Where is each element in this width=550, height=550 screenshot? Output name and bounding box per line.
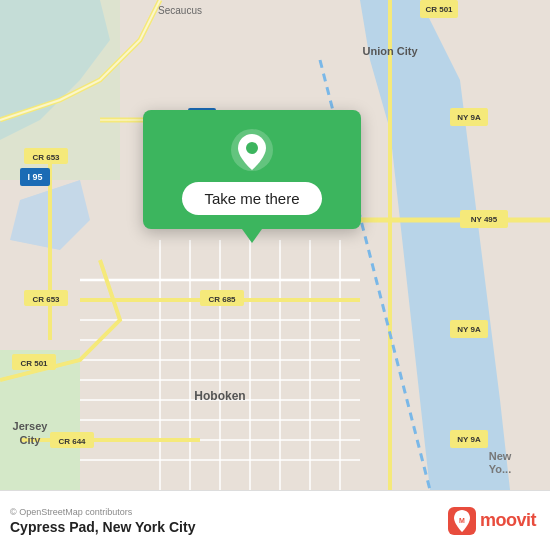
map-popup: Take me there — [143, 110, 361, 229]
take-me-there-button[interactable]: Take me there — [182, 182, 321, 215]
svg-text:NY 9A: NY 9A — [457, 325, 481, 334]
svg-text:I 95: I 95 — [27, 172, 42, 182]
map-attribution: © OpenStreetMap contributors — [10, 507, 195, 517]
svg-text:NY 9A: NY 9A — [457, 435, 481, 444]
svg-text:Yo...: Yo... — [489, 463, 511, 475]
svg-text:M: M — [459, 517, 465, 524]
svg-point-63 — [246, 142, 258, 154]
svg-text:Secaucus: Secaucus — [158, 5, 202, 16]
svg-text:CR 501: CR 501 — [425, 5, 453, 14]
map-background: I 95 NJ 3 CR 653 CR 653 CR 685 CR 501 CR… — [0, 0, 550, 490]
svg-text:New: New — [489, 450, 512, 462]
svg-text:CR 644: CR 644 — [58, 437, 86, 446]
svg-text:Union City: Union City — [363, 45, 419, 57]
location-name: Cypress Pad, New York City — [10, 519, 195, 535]
location-pin-icon — [230, 128, 274, 172]
svg-text:NY 9A: NY 9A — [457, 113, 481, 122]
svg-text:NY 495: NY 495 — [471, 215, 498, 224]
moovit-text: moovit — [480, 510, 536, 531]
svg-text:CR 685: CR 685 — [208, 295, 236, 304]
moovit-app-icon: M — [448, 507, 476, 535]
bottom-bar: © OpenStreetMap contributors Cypress Pad… — [0, 490, 550, 550]
moovit-logo: M moovit — [448, 507, 536, 535]
svg-text:CR 653: CR 653 — [32, 153, 60, 162]
bottom-left-info: © OpenStreetMap contributors Cypress Pad… — [10, 507, 195, 535]
svg-text:Jersey: Jersey — [13, 420, 49, 432]
map-container: I 95 NJ 3 CR 653 CR 653 CR 685 CR 501 CR… — [0, 0, 550, 490]
svg-text:City: City — [20, 434, 42, 446]
svg-text:CR 653: CR 653 — [32, 295, 60, 304]
svg-text:CR 501: CR 501 — [20, 359, 48, 368]
svg-text:Hoboken: Hoboken — [194, 389, 245, 403]
